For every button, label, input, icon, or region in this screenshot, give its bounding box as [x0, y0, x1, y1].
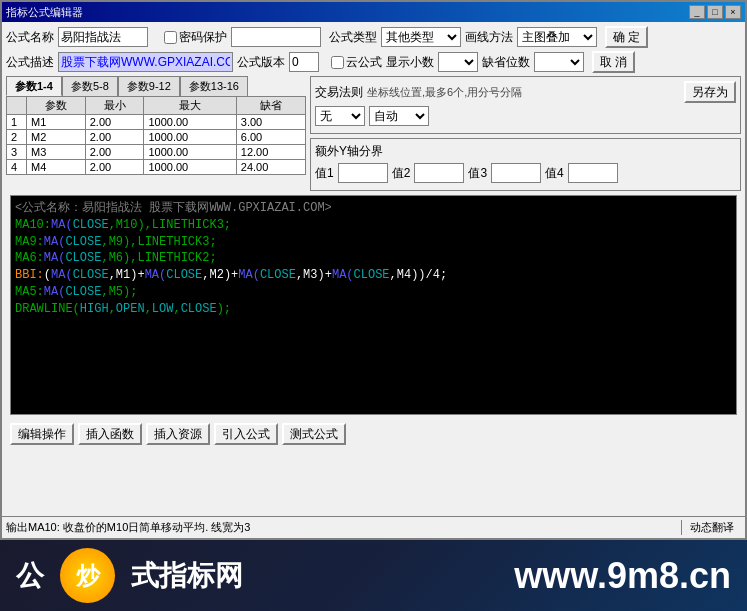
trade-rule-label: 交易法则 — [315, 84, 363, 101]
watermark-logo: 炒 — [60, 548, 115, 603]
import-formula-button[interactable]: 引入公式 — [214, 423, 278, 445]
table-row: 3 M3 2.00 1000.00 12.00 — [7, 145, 306, 160]
trade-rule-select1[interactable]: 无 — [315, 106, 365, 126]
watermark-left-text: 式指标网 — [131, 557, 243, 595]
password-checkbox[interactable] — [164, 31, 177, 44]
cloud-formula-checkbox[interactable] — [331, 56, 344, 69]
y-val3-label: 值3 — [468, 165, 487, 182]
cloud-formula-group: 云公式 — [331, 54, 382, 71]
row-param: M3 — [27, 145, 86, 160]
row-default: 12.00 — [236, 145, 305, 160]
formula-desc-input[interactable] — [58, 52, 233, 72]
status-bar: 输出MA10: 收盘价的M10日简单移动平均. 线宽为3 动态翻译 — [2, 516, 745, 538]
y-val4-input[interactable] — [568, 163, 618, 183]
formula-desc-label: 公式描述 — [6, 54, 54, 71]
row-max: 1000.00 — [144, 130, 236, 145]
confirm-cancel-group: 确 定 — [605, 26, 648, 48]
row-param: M4 — [27, 160, 86, 175]
param-col-index — [7, 97, 27, 115]
show-decimal-label: 显示小数 — [386, 54, 434, 71]
y-boundary-title: 额外Y轴分界 — [315, 143, 736, 160]
row-max: 1000.00 — [144, 145, 236, 160]
window-title: 指标公式编辑器 — [6, 5, 83, 20]
row-default: 6.00 — [236, 130, 305, 145]
table-row: 4 M4 2.00 1000.00 24.00 — [7, 160, 306, 175]
code-line: DRAWLINE(HIGH,OPEN,LOW,CLOSE); — [15, 301, 732, 318]
y-val4-label: 值4 — [545, 165, 564, 182]
tab-param-5-8[interactable]: 参数5-8 — [62, 76, 118, 96]
right-panel: 交易法则 坐标线位置,最多6个,用分号分隔 另存为 无 自动 — [310, 76, 741, 191]
watermark-logo-text: 炒 — [76, 560, 100, 592]
bottom-toolbar: 编辑操作 插入函数 插入资源 引入公式 测式公式 — [6, 419, 741, 449]
minimize-button[interactable]: _ — [689, 5, 705, 19]
tab-param-9-12[interactable]: 参数9-12 — [118, 76, 180, 96]
code-line: MA9:MA(CLOSE,M9),LINETHICK3; — [15, 234, 732, 251]
main-layout: 参数1-4 参数5-8 参数9-12 参数13-16 参数 最小 最大 缺省 — [6, 76, 741, 191]
confirm-button[interactable]: 确 定 — [605, 26, 648, 48]
param-col-min: 最小 — [85, 97, 144, 115]
code-line: BBI:(MA(CLOSE,M1)+MA(CLOSE,M2)+MA(CLOSE,… — [15, 267, 732, 284]
watermark-right-text: www.9m8.cn — [514, 555, 731, 597]
cloud-formula-label: 云公式 — [346, 54, 382, 71]
insert-func-button[interactable]: 插入函数 — [78, 423, 142, 445]
draw-method-label: 画线方法 — [465, 29, 513, 46]
row-formula-desc: 公式描述 公式版本 云公式 显示小数 缺省位数 取 消 — [6, 51, 741, 73]
formula-version-input[interactable] — [289, 52, 319, 72]
param-col-name: 参数 — [27, 97, 86, 115]
y-val2-label: 值2 — [392, 165, 411, 182]
dynamic-translate: 动态翻译 — [681, 520, 741, 535]
main-content: 公式名称 密码保护 公式类型 其他类型 画线方法 主图叠加 确 定 公式描述 — [2, 22, 745, 453]
edit-ops-button[interactable]: 编辑操作 — [10, 423, 74, 445]
formula-type-label: 公式类型 — [329, 29, 377, 46]
y-val1-input[interactable] — [338, 163, 388, 183]
row-index: 3 — [7, 145, 27, 160]
row-min: 2.00 — [85, 145, 144, 160]
table-row: 1 M1 2.00 1000.00 3.00 — [7, 115, 306, 130]
trade-rule-row: 交易法则 坐标线位置,最多6个,用分号分隔 另存为 — [315, 81, 736, 103]
trade-rule-subtitle: 坐标线位置,最多6个,用分号分隔 — [367, 85, 522, 100]
y-boundary-values: 值1 值2 值3 值4 — [315, 163, 736, 183]
param-col-default: 缺省 — [236, 97, 305, 115]
row-min: 2.00 — [85, 130, 144, 145]
row-default: 24.00 — [236, 160, 305, 175]
draw-method-select[interactable]: 主图叠加 — [517, 27, 597, 47]
row-index: 1 — [7, 115, 27, 130]
trade-rule-options: 无 自动 — [315, 106, 736, 126]
main-window: 指标公式编辑器 _ □ × 公式名称 密码保护 公式类型 其他类型 画线方法 主… — [0, 0, 747, 540]
code-area[interactable]: <公式名称：易阳指战法 股票下载网WWW.GPXIAZAI.COM>MA10:M… — [10, 195, 737, 415]
test-formula-button[interactable]: 测式公式 — [282, 423, 346, 445]
save-as-button[interactable]: 另存为 — [684, 81, 736, 103]
row-index: 2 — [7, 130, 27, 145]
insert-resource-button[interactable]: 插入资源 — [146, 423, 210, 445]
row-param: M2 — [27, 130, 86, 145]
row-min: 2.00 — [85, 115, 144, 130]
cancel-button[interactable]: 取 消 — [592, 51, 635, 73]
tab-param-1-4[interactable]: 参数1-4 — [6, 76, 62, 96]
y-val3-input[interactable] — [491, 163, 541, 183]
formula-name-label: 公式名称 — [6, 29, 54, 46]
y-val1-label: 值1 — [315, 165, 334, 182]
default-digits-select[interactable] — [534, 52, 584, 72]
title-bar: 指标公式编辑器 _ □ × — [2, 2, 745, 22]
y-boundary-box: 额外Y轴分界 值1 值2 值3 值4 — [310, 138, 741, 191]
code-line: MA10:MA(CLOSE,M10),LINETHICK3; — [15, 217, 732, 234]
y-val2-input[interactable] — [414, 163, 464, 183]
default-digits-label: 缺省位数 — [482, 54, 530, 71]
title-bar-buttons: _ □ × — [689, 5, 741, 19]
formula-type-select[interactable]: 其他类型 — [381, 27, 461, 47]
password-input[interactable] — [231, 27, 321, 47]
tab-param-13-16[interactable]: 参数13-16 — [180, 76, 248, 96]
left-section: 参数1-4 参数5-8 参数9-12 参数13-16 参数 最小 最大 缺省 — [6, 76, 306, 191]
formula-version-label: 公式版本 — [237, 54, 285, 71]
row-formula-name: 公式名称 密码保护 公式类型 其他类型 画线方法 主图叠加 确 定 — [6, 26, 741, 48]
row-min: 2.00 — [85, 160, 144, 175]
code-line: MA5:MA(CLOSE,M5); — [15, 284, 732, 301]
close-button[interactable]: × — [725, 5, 741, 19]
trade-rule-select2[interactable]: 自动 — [369, 106, 429, 126]
formula-name-input[interactable] — [58, 27, 148, 47]
password-label: 密码保护 — [179, 29, 227, 46]
maximize-button[interactable]: □ — [707, 5, 723, 19]
show-decimal-select[interactable] — [438, 52, 478, 72]
watermark: 公 炒 式指标网 www.9m8.cn — [0, 540, 747, 611]
param-tabs: 参数1-4 参数5-8 参数9-12 参数13-16 — [6, 76, 306, 96]
